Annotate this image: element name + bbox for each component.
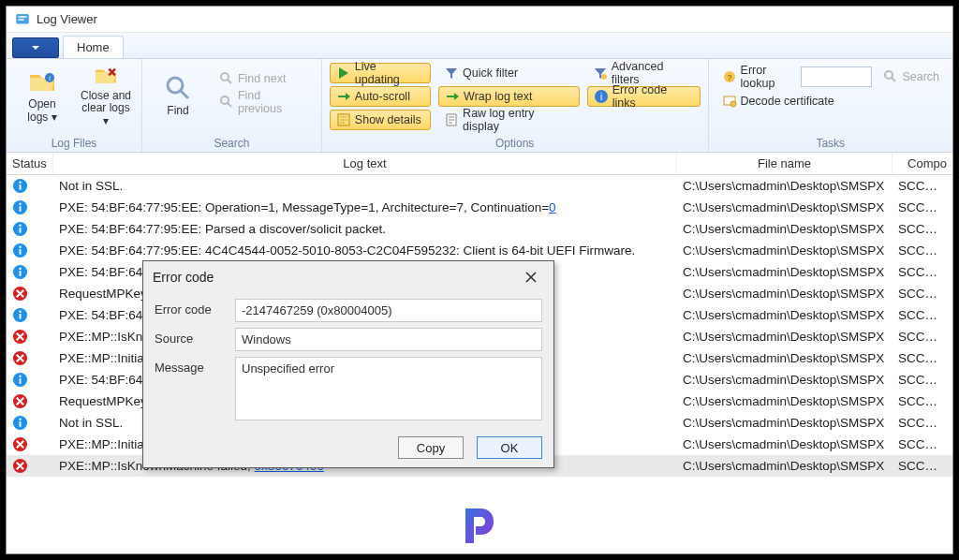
error-lookup-button[interactable]: ? Error lookup xyxy=(716,66,796,87)
error-code-link[interactable]: 0 xyxy=(549,200,556,214)
value-error-code: -2147467259 (0x80004005) xyxy=(235,299,542,322)
svg-point-33 xyxy=(19,245,21,247)
info-icon xyxy=(12,178,28,194)
svg-rect-2 xyxy=(19,19,24,21)
magnifier-icon xyxy=(163,73,193,103)
info-icon xyxy=(12,221,28,237)
status-info xyxy=(7,307,53,323)
file-name-cell: C:\Users\cmadmin\Desktop\SMSPX xyxy=(677,330,893,344)
watermark-icon xyxy=(456,501,503,548)
decode-certificate-button[interactable]: Decode certificate xyxy=(716,91,840,111)
file-name-cell: C:\Users\cmadmin\Desktop\SMSPX xyxy=(677,437,893,451)
col-component[interactable]: Compo xyxy=(893,153,952,174)
open-logs-button[interactable]: i Open logs ▾ xyxy=(14,63,70,128)
status-error xyxy=(7,329,53,345)
table-row[interactable]: Not in SSL.C:\Users\cmadmin\Desktop\SMSP… xyxy=(7,175,952,197)
col-file-name[interactable]: File name xyxy=(677,153,893,174)
status-info xyxy=(7,372,53,388)
find-next-button[interactable]: Find next xyxy=(214,68,314,89)
component-cell: SCCMPXE xyxy=(893,308,952,322)
auto-scroll-toggle[interactable]: Auto-scroll xyxy=(330,86,431,107)
ribbon-tabs: Home xyxy=(7,33,952,59)
group-label-search: Search xyxy=(150,135,314,150)
show-details-toggle[interactable]: Show details xyxy=(330,110,431,130)
find-button[interactable]: Find xyxy=(150,63,206,128)
col-log-text[interactable]: Log text xyxy=(53,153,677,174)
svg-rect-32 xyxy=(20,249,22,255)
svg-point-18 xyxy=(885,71,893,79)
copy-button[interactable]: Copy xyxy=(398,436,464,459)
svg-rect-26 xyxy=(20,206,22,212)
svg-line-10 xyxy=(228,103,231,107)
dialog-close-button[interactable] xyxy=(518,266,544,288)
svg-line-8 xyxy=(228,80,231,83)
table-row[interactable]: PXE: 54:BF:64:77:95:EE: 4C4C4544-0052-50… xyxy=(7,240,952,261)
svg-point-49 xyxy=(19,418,21,420)
file-name-cell: C:\Users\cmadmin\Desktop\SMSPX xyxy=(677,200,893,214)
value-message: Unspecified error xyxy=(235,357,542,420)
file-menu-button[interactable] xyxy=(12,37,59,58)
error-icon xyxy=(12,350,28,366)
raw-log-button[interactable]: Raw log entry display xyxy=(438,110,580,130)
svg-point-21 xyxy=(730,101,736,107)
svg-point-30 xyxy=(19,224,21,226)
file-name-cell: C:\Users\cmadmin\Desktop\SMSPX xyxy=(677,394,893,408)
filter-adv-icon xyxy=(593,66,608,81)
status-error xyxy=(7,286,53,302)
ribbon: i Open logs ▾ Close and clear logs ▾ Log… xyxy=(7,59,952,153)
log-text-cell: PXE: 54:BF:64:77:95:EE: Operation=1, Mes… xyxy=(53,200,677,214)
filter-icon xyxy=(444,66,459,81)
file-name-cell: C:\Users\cmadmin\Desktop\SMSPX xyxy=(677,416,893,430)
error-code-links-toggle[interactable]: i Error code links xyxy=(587,86,701,107)
live-updating-toggle[interactable]: Live updating xyxy=(330,63,431,83)
svg-rect-23 xyxy=(20,184,22,190)
titlebar: Log Viewer xyxy=(7,7,952,33)
status-info xyxy=(7,178,53,194)
file-name-cell: C:\Users\cmadmin\Desktop\SMSPX xyxy=(677,308,893,322)
magnifier-small-icon xyxy=(219,71,234,86)
table-row[interactable]: PXE: 54:BF:64:77:95:EE: Operation=1, Mes… xyxy=(7,197,952,218)
component-cell: SCCMPXE xyxy=(893,179,952,193)
quick-filter-button[interactable]: Quick filter xyxy=(438,63,580,83)
svg-point-27 xyxy=(19,202,21,204)
col-status[interactable]: Status xyxy=(7,153,53,174)
status-info xyxy=(7,415,53,431)
ribbon-group-log-files: i Open logs ▾ Close and clear logs ▾ Log… xyxy=(7,59,142,152)
advanced-filters-button[interactable]: Advanced filters xyxy=(587,63,701,83)
tab-home[interactable]: Home xyxy=(63,36,124,58)
close-icon xyxy=(525,272,537,283)
error-lookup-input[interactable] xyxy=(801,66,872,87)
svg-line-6 xyxy=(181,91,188,98)
error-icon xyxy=(12,286,28,302)
error-icon xyxy=(12,393,28,409)
find-previous-button[interactable]: Find previous xyxy=(214,92,314,112)
status-info xyxy=(7,243,53,258)
component-cell: SCCMPXE xyxy=(893,200,952,214)
wrap-log-text-toggle[interactable]: Wrap log text xyxy=(438,86,580,107)
error-code-dialog: Error code Error code -2147467259 (0x800… xyxy=(142,260,554,468)
ribbon-group-tasks: ? Error lookup Search Decode certificate xyxy=(709,59,952,152)
log-text-cell: PXE: 54:BF:64:77:95:EE: 4C4C4544-0052-50… xyxy=(53,243,677,258)
tasks-search-button[interactable]: Search xyxy=(878,66,945,87)
chevron-down-icon xyxy=(31,43,40,52)
magnifier-small-icon xyxy=(883,69,898,84)
info-icon xyxy=(12,264,28,280)
status-error xyxy=(7,458,53,474)
svg-point-9 xyxy=(221,96,229,104)
log-text-cell: Not in SSL. xyxy=(53,179,677,193)
label-message: Message xyxy=(155,357,229,420)
svg-rect-48 xyxy=(20,421,22,427)
app-icon xyxy=(14,11,31,28)
column-headers: Status Log text File name Compo xyxy=(7,153,952,175)
close-clear-logs-button[interactable]: Close and clear logs ▾ xyxy=(78,63,134,128)
ok-button[interactable]: OK xyxy=(477,436,542,459)
folder-clear-icon xyxy=(91,63,121,88)
ribbon-group-options: Live updating Auto-scroll Show details Q… xyxy=(322,59,709,152)
svg-rect-39 xyxy=(20,314,22,319)
certificate-icon xyxy=(722,94,737,109)
svg-text:i: i xyxy=(600,92,602,102)
arrow-right-icon xyxy=(336,89,351,104)
info-icon xyxy=(12,243,28,258)
table-row[interactable]: PXE: 54:BF:64:77:95:EE: Parsed a discove… xyxy=(7,218,952,240)
error-icon xyxy=(12,458,28,474)
